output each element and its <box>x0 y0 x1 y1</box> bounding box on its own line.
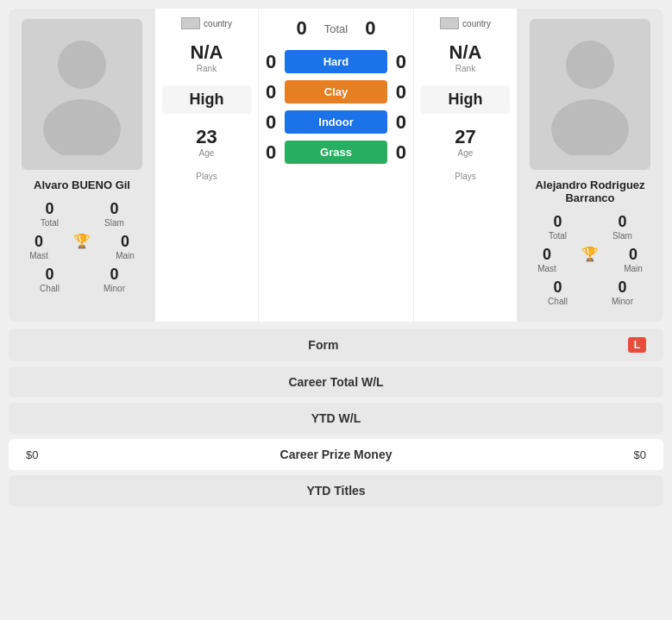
surface-clay-row: 0 Clay 0 <box>266 80 406 103</box>
form-section: Form L <box>9 329 663 361</box>
player1-mast-main-row: 0 Mast 🏆 0 Main <box>17 233 147 260</box>
svg-point-3 <box>551 99 629 155</box>
player2-high-value: High <box>431 91 499 109</box>
main-container: Alvaro BUENO Gil 0 Total 0 Slam 0 Mast <box>0 0 672 520</box>
player1-minor-value: 0 <box>82 266 147 284</box>
surface-indoor-row: 0 Indoor 0 <box>266 110 406 134</box>
player2-main-box: 0 Main <box>612 246 655 273</box>
player2-age: 27 Age <box>455 126 475 158</box>
grass-btn: Grass <box>285 141 387 164</box>
player1-main-box: 0 Main <box>104 233 147 260</box>
player2-avatar <box>530 19 650 170</box>
player1-age-value: 23 <box>196 126 217 148</box>
player2-minor-label: Minor <box>590 297 655 306</box>
player1-slam-value: 0 <box>82 200 147 218</box>
player1-slam-box: 0 Slam <box>82 200 147 228</box>
player1-mast-box: 0 Mast <box>17 233 60 260</box>
indoor-btn: Indoor <box>285 110 387 134</box>
player1-name: Alvaro BUENO Gil <box>34 178 130 191</box>
player1-age-label: Age <box>196 148 217 158</box>
player1-mid-panel: country N/A Rank High 23 Age Plays <box>155 9 259 322</box>
prize-money-title: Career Prize Money <box>95 448 577 461</box>
player2-slam-label: Slam <box>590 231 655 241</box>
svg-point-2 <box>566 41 614 89</box>
player1-rank-label: Rank <box>191 64 223 73</box>
player2-name: Alejandro Rodriguez Barranco <box>525 178 655 204</box>
clay-right: 0 <box>396 81 406 103</box>
indoor-left: 0 <box>266 111 276 134</box>
player2-total-box: 0 Total <box>525 213 590 241</box>
player2-mid-panel: country N/A Rank High 27 Age Plays <box>413 9 517 322</box>
clay-btn: Clay <box>285 80 387 103</box>
total-row: 0 Total 0 <box>297 17 376 40</box>
player2-chall-box: 0 Chall <box>525 279 590 306</box>
career-total-title: Career Total W/L <box>26 375 646 389</box>
player1-main-value: 0 <box>104 233 147 251</box>
player1-plays-label: Plays <box>196 172 217 181</box>
ytd-titles-header: YTD Titles <box>9 475 663 506</box>
player2-mast-value: 0 <box>525 246 568 264</box>
player1-total-value: 0 <box>17 200 82 218</box>
player2-chall-minor-row: 0 Chall 0 Minor <box>525 279 655 306</box>
form-header: Form L <box>9 329 663 361</box>
center-total-left: 0 <box>297 17 307 40</box>
center-total-right: 0 <box>365 17 375 40</box>
player1-total-box: 0 Total <box>17 200 82 228</box>
player1-trophy-icon: 🏆 <box>73 233 91 249</box>
center-panel: 0 Total 0 0 Hard 0 0 Clay 0 0 Indoor 0 <box>259 9 413 322</box>
player1-chall-box: 0 Chall <box>17 266 82 293</box>
grass-left: 0 <box>266 141 276 164</box>
player1-plays: Plays <box>196 172 217 181</box>
player1-minor-box: 0 Minor <box>82 266 147 293</box>
player2-minor-value: 0 <box>590 279 655 297</box>
player1-rank-value: N/A <box>191 41 223 64</box>
player1-chall-minor-row: 0 Chall 0 Minor <box>17 266 147 293</box>
player1-country-img <box>181 17 200 29</box>
player2-plays: Plays <box>455 172 475 181</box>
prize-money-section: $0 Career Prize Money $0 <box>9 439 663 470</box>
ytd-wl-header: YTD W/L <box>9 403 663 434</box>
player2-trophy-icon: 🏆 <box>581 246 599 262</box>
player1-stats-grid: 0 Total 0 Slam 0 Mast 🏆 <box>17 200 147 298</box>
indoor-right: 0 <box>396 111 406 134</box>
grass-right: 0 <box>396 141 406 164</box>
player1-avatar <box>22 19 142 170</box>
player1-mast-value: 0 <box>17 233 60 251</box>
player2-photo-panel: Alejandro Rodriguez Barranco 0 Total 0 S… <box>517 9 663 322</box>
player1-slam-label: Slam <box>82 218 147 228</box>
player1-high-badge: High <box>162 85 251 114</box>
player2-main-value: 0 <box>612 246 655 264</box>
player1-country-label: country <box>204 19 232 28</box>
prize-money-row: $0 Career Prize Money $0 <box>9 439 663 470</box>
svg-point-1 <box>43 99 121 155</box>
player1-age: 23 Age <box>196 126 217 158</box>
player1-trophy-icon-box: 🏆 <box>60 233 104 260</box>
player1-total-label: Total <box>17 218 82 228</box>
form-badge: L <box>628 337 646 353</box>
ytd-titles-section: YTD Titles <box>9 475 663 506</box>
player1-minor-label: Minor <box>82 284 147 293</box>
player1-mast-label: Mast <box>17 251 60 260</box>
player1-high-value: High <box>173 91 241 109</box>
player2-main-label: Main <box>612 264 655 273</box>
hard-left: 0 <box>266 51 276 73</box>
player2-mast-box: 0 Mast <box>525 246 568 273</box>
player2-country-label: country <box>462 19 491 28</box>
ytd-wl-title: YTD W/L <box>26 411 646 425</box>
player2-chall-value: 0 <box>525 279 590 297</box>
player2-age-value: 27 <box>455 126 475 148</box>
player2-stats-grid: 0 Total 0 Slam 0 Mast 🏆 <box>525 213 655 311</box>
hard-right: 0 <box>396 51 406 73</box>
player2-slam-box: 0 Slam <box>590 213 655 241</box>
player2-plays-label: Plays <box>455 172 475 181</box>
center-total-label: Total <box>324 22 348 35</box>
player2-country-img <box>440 17 459 29</box>
player2-slam-value: 0 <box>590 213 655 231</box>
player1-photo-panel: Alvaro BUENO Gil 0 Total 0 Slam 0 Mast <box>9 9 155 322</box>
player2-country: country <box>440 17 491 29</box>
career-total-section: Career Total W/L <box>9 366 663 398</box>
player1-total-slam-row: 0 Total 0 Slam <box>17 200 147 228</box>
player2-rank-value: N/A <box>449 41 482 64</box>
player1-country: country <box>181 17 232 29</box>
hard-btn: Hard <box>285 50 387 73</box>
